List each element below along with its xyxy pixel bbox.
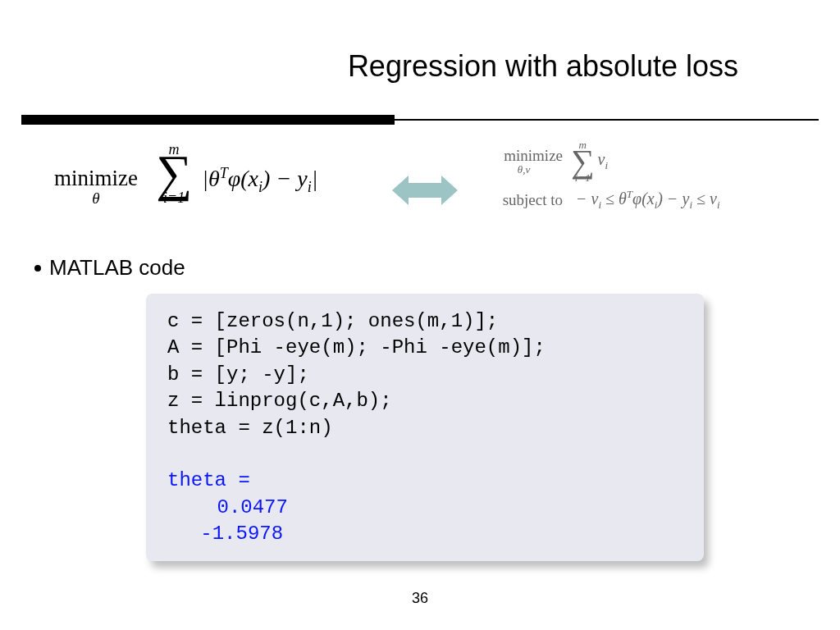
formula-lp: minimize θ,ν m ∑ i=1 νi subject to − νi … — [485, 139, 829, 217]
code-line: theta = z(1:n) — [167, 415, 682, 441]
svg-marker-0 — [392, 176, 458, 205]
code-line: z = linprog(c,A,b); — [167, 388, 682, 414]
lp-constraint: subject to − νi ≤ θTφ(xi) − yi ≤ νi — [485, 188, 829, 212]
minimize-word: minimize — [54, 166, 138, 191]
formula-row: minimize θ m ∑ i=1 |θTφ(xi) − yi| minimi… — [21, 139, 819, 238]
bullet-text: MATLAB code — [49, 255, 185, 281]
summation: m ∑ i=1 — [571, 139, 595, 183]
code-line: A = [Phi -eye(m); -Phi -eye(m)]; — [167, 335, 682, 361]
output-label: theta = — [167, 468, 682, 494]
divider — [21, 115, 819, 126]
summation: m ∑ i=1 — [156, 142, 192, 204]
page-number: 36 — [0, 590, 840, 607]
code-blank-line — [167, 441, 682, 468]
minimize-word: minimize — [485, 147, 563, 165]
sigma-icon: ∑ — [156, 153, 192, 193]
output-value: 0.0477 — [167, 495, 682, 521]
matlab-code-heading: MATLAB code — [34, 255, 185, 281]
objective-expr: νi — [598, 150, 609, 172]
absolute-loss-expr: |θTφ(xi) − yi| — [202, 165, 317, 196]
sigma-icon: ∑ — [571, 148, 595, 174]
code-block: c = [zeros(n,1); ones(m,1)]; A = [Phi -e… — [146, 294, 704, 561]
lp-objective: minimize θ,ν m ∑ i=1 νi — [485, 139, 829, 183]
formula-primal: minimize θ m ∑ i=1 |θTφ(xi) − yi| — [54, 139, 366, 238]
minimize-label: minimize θ — [54, 166, 138, 208]
output-value: -1.5978 — [167, 521, 682, 547]
minimize-subscript: θ,ν — [485, 163, 563, 176]
bullet-icon — [34, 265, 41, 272]
code-line: b = [y; -y]; — [167, 362, 682, 388]
subject-to-label: subject to — [503, 191, 563, 208]
slide-title: Regression with absolute loss — [0, 49, 840, 84]
divider-thick — [21, 115, 395, 125]
code-line: c = [zeros(n,1); ones(m,1)]; — [167, 308, 682, 335]
slide: Regression with absolute loss minimize θ… — [0, 0, 840, 630]
equivalence-arrow-icon — [392, 172, 458, 208]
constraint-expr: − νi ≤ θTφ(xi) − yi ≤ νi — [576, 188, 720, 212]
minimize-subscript: θ — [54, 189, 138, 208]
